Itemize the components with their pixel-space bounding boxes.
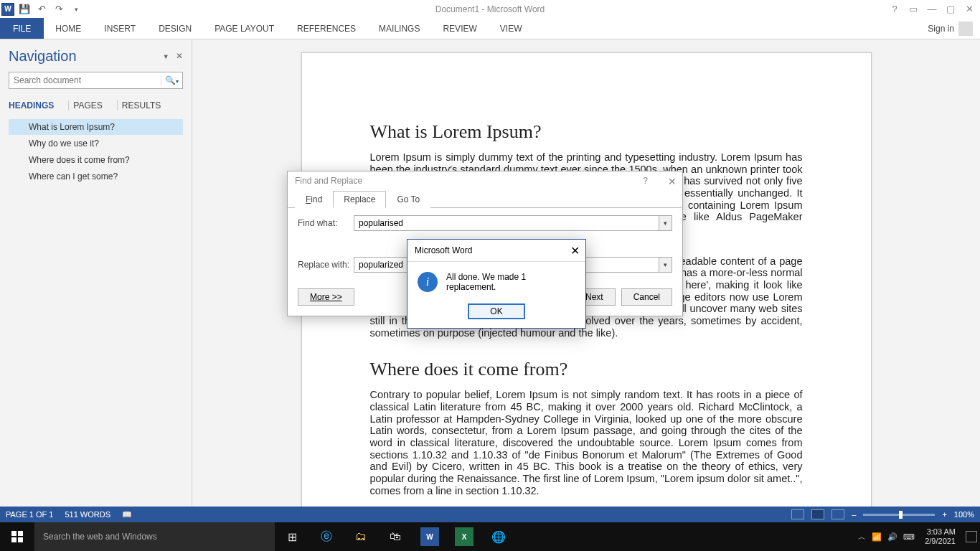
nav-close-icon[interactable]: ✕	[176, 51, 183, 61]
zoom-out-icon[interactable]: –	[852, 510, 856, 519]
tab-design[interactable]: DESIGN	[147, 18, 203, 39]
dialog-close-icon[interactable]: ✕	[668, 176, 677, 187]
network-icon[interactable]: 📶	[872, 532, 882, 542]
tab-mailings[interactable]: MAILINGS	[367, 18, 431, 39]
tab-file[interactable]: FILE	[0, 18, 44, 39]
close-icon[interactable]: ✕	[963, 4, 976, 14]
doc-heading-3: Where does it come from?	[370, 359, 803, 380]
zoom-level[interactable]: 100%	[954, 510, 974, 519]
svg-rect-0	[11, 531, 17, 536]
message-box: Microsoft Word ✕ i All done. We made 1 r…	[407, 239, 586, 329]
heading-item[interactable]: Why do we use it?	[9, 136, 183, 151]
sign-in[interactable]: Sign in	[928, 18, 980, 39]
minimize-icon[interactable]: —	[925, 4, 938, 14]
tab-insert[interactable]: INSERT	[93, 18, 147, 39]
taskbar-clock[interactable]: 3:03 AM 2/9/2021	[920, 527, 960, 546]
tab-view[interactable]: VIEW	[489, 18, 534, 39]
tab-references[interactable]: REFERENCES	[286, 18, 367, 39]
read-mode-icon[interactable]	[791, 509, 804, 519]
fr-tab-replace[interactable]: Replace	[333, 191, 386, 208]
svg-rect-2	[11, 537, 17, 542]
ok-button[interactable]: OK	[468, 303, 525, 319]
svg-rect-3	[18, 537, 23, 542]
proofing-icon[interactable]: 📖	[122, 510, 132, 519]
taskbar-date: 2/9/2021	[925, 537, 956, 546]
message-box-titlebar[interactable]: Microsoft Word ✕	[407, 240, 585, 262]
nav-tab-pages[interactable]: PAGES	[73, 99, 109, 112]
start-button[interactable]	[0, 522, 34, 551]
chrome-icon[interactable]: 🌐	[481, 522, 516, 551]
action-center-icon[interactable]	[966, 531, 977, 542]
help-icon[interactable]: ?	[888, 4, 901, 14]
store-icon[interactable]: 🛍	[378, 522, 413, 551]
nav-search-input[interactable]	[9, 75, 161, 85]
ribbon-tabs: FILE HOME INSERT DESIGN PAGE LAYOUT REFE…	[0, 18, 980, 39]
word-taskbar-icon[interactable]: W	[413, 522, 447, 551]
tab-review[interactable]: REVIEW	[431, 18, 488, 39]
redo-icon[interactable]: ↷	[52, 4, 66, 14]
volume-icon[interactable]: 🔊	[887, 532, 897, 542]
dialog-help-icon[interactable]: ?	[643, 176, 648, 186]
more-button[interactable]: More >>	[298, 288, 354, 306]
doc-paragraph: Contrary to popular belief, Lorem Ipsum …	[370, 389, 803, 496]
task-view-icon[interactable]: ⊞	[275, 522, 309, 551]
nav-search[interactable]: 🔍▾	[9, 72, 183, 89]
svg-rect-1	[18, 531, 23, 536]
avatar-icon	[958, 22, 973, 36]
fr-tab-find[interactable]: Find	[295, 191, 333, 208]
status-bar: PAGE 1 OF 1 511 WORDS 📖 – + 100%	[0, 507, 980, 522]
undo-icon[interactable]: ↶	[34, 4, 49, 14]
message-close-icon[interactable]: ✕	[570, 244, 580, 258]
word-app-icon: W	[1, 3, 14, 16]
search-icon[interactable]: 🔍▾	[161, 75, 182, 85]
cancel-button[interactable]: Cancel	[621, 288, 672, 306]
tray-chevron-icon[interactable]: ︿	[858, 532, 866, 542]
nav-tabs: HEADINGS PAGES RESULTS	[9, 99, 183, 112]
print-layout-icon[interactable]	[811, 509, 824, 519]
status-page[interactable]: PAGE 1 OF 1	[6, 510, 53, 519]
navigation-title: Navigation ▼ ✕	[9, 48, 183, 65]
find-replace-tabs: Find Replace Go To	[288, 190, 682, 208]
save-icon[interactable]: 💾	[17, 4, 32, 14]
replace-with-dropdown-icon[interactable]: ▾	[659, 257, 672, 273]
zoom-slider[interactable]	[863, 514, 935, 516]
window-controls: ? ▭ — ▢ ✕	[888, 4, 980, 14]
message-text: All done. We made 1 replacement.	[446, 272, 575, 292]
fr-tab-goto[interactable]: Go To	[386, 191, 430, 208]
heading-item[interactable]: Where can I get some?	[9, 169, 183, 184]
taskbar-search[interactable]: Search the web and Windows	[34, 522, 275, 551]
nav-tab-results[interactable]: RESULTS	[122, 99, 168, 112]
web-layout-icon[interactable]	[831, 509, 844, 519]
quick-access-toolbar: W 💾 ↶ ↷ ▾	[0, 3, 83, 16]
heading-item[interactable]: Where does it come from?	[9, 152, 183, 168]
status-words[interactable]: 511 WORDS	[65, 510, 110, 519]
info-icon: i	[418, 272, 438, 292]
file-explorer-icon[interactable]: 🗂	[344, 522, 378, 551]
excel-taskbar-icon[interactable]: X	[447, 522, 481, 551]
tab-home[interactable]: HOME	[44, 18, 93, 39]
system-tray: ︿ 📶 🔊 ⌨ 3:03 AM 2/9/2021	[858, 527, 980, 546]
replace-with-label: Replace with:	[298, 260, 354, 270]
windows-taskbar: Search the web and Windows ⊞ ⓔ 🗂 🛍 W X 🌐…	[0, 522, 980, 551]
find-what-input[interactable]	[354, 215, 659, 231]
nav-dropdown-icon[interactable]: ▼	[163, 53, 169, 60]
tab-page-layout[interactable]: PAGE LAYOUT	[203, 18, 286, 39]
find-what-label: Find what:	[298, 218, 354, 228]
zoom-in-icon[interactable]: +	[942, 510, 946, 519]
taskbar-search-placeholder: Search the web and Windows	[43, 532, 157, 542]
nav-tab-headings[interactable]: HEADINGS	[9, 99, 61, 112]
taskbar-apps: ⊞ ⓔ 🗂 🛍 W X 🌐	[275, 522, 516, 551]
keyboard-icon[interactable]: ⌨	[903, 532, 915, 542]
doc-heading-1: What is Lorem Ipsum?	[370, 121, 803, 143]
find-replace-titlebar[interactable]: Find and Replace ? ✕	[288, 171, 682, 190]
edge-icon[interactable]: ⓔ	[309, 522, 344, 551]
ribbon-display-icon[interactable]: ▭	[907, 4, 920, 14]
headings-list: What is Lorem Ipsum? Why do we use it? W…	[9, 119, 183, 184]
find-what-dropdown-icon[interactable]: ▾	[659, 215, 672, 231]
heading-item[interactable]: What is Lorem Ipsum?	[9, 119, 183, 135]
find-replace-title: Find and Replace	[295, 176, 362, 186]
qat-customize-icon[interactable]: ▾	[69, 6, 83, 13]
document-title: Document1 - Microsoft Word	[435, 4, 545, 14]
message-box-title: Microsoft Word	[415, 245, 472, 255]
maximize-icon[interactable]: ▢	[944, 4, 957, 14]
